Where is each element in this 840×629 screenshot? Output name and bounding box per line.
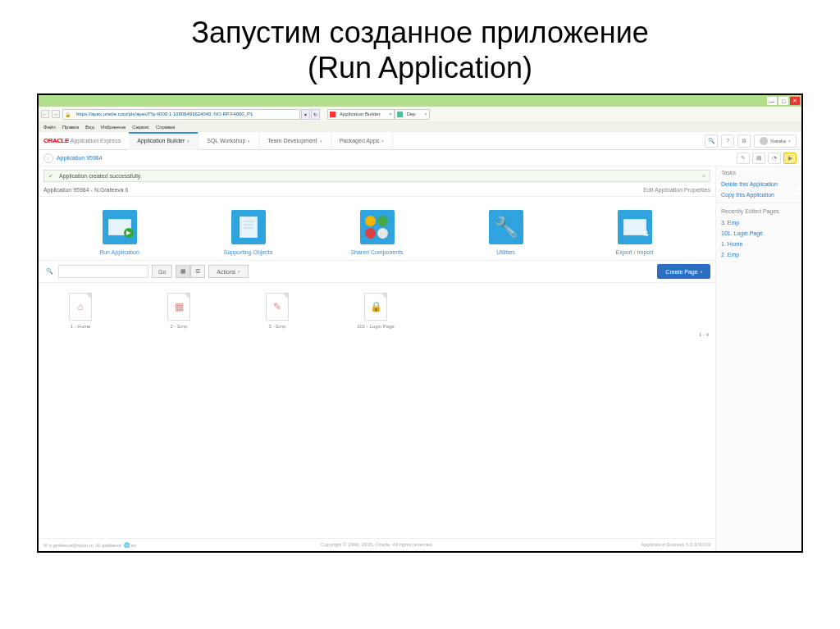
page-card-3[interactable]: ✎ 3 - Emp bbox=[240, 293, 314, 329]
export-import-icon bbox=[618, 210, 652, 244]
success-message: Application created successfully.× bbox=[43, 170, 710, 182]
actions-menu-button[interactable]: Actions▾ bbox=[208, 265, 249, 278]
header-search-icon[interactable]: 🔍 bbox=[705, 134, 718, 148]
footer-version: Application Express 5.0.3.00.03 bbox=[641, 542, 710, 548]
forward-button[interactable]: → bbox=[52, 110, 60, 118]
page-range-label: 1 - 4 bbox=[39, 332, 715, 340]
maximize-button[interactable]: □ bbox=[778, 97, 788, 105]
menu-tools[interactable]: Сервис bbox=[132, 125, 149, 130]
footer-copyright: Copyright © 1999, 2015, Oracle. All righ… bbox=[321, 542, 433, 547]
apex-header: ORACLE Application Express Application B… bbox=[39, 132, 801, 150]
recent-page-link[interactable]: 2. Emp bbox=[716, 249, 801, 260]
search-dropdown-icon[interactable]: ▾ bbox=[301, 109, 310, 120]
dashboard-icon[interactable]: ◔ bbox=[768, 153, 781, 164]
home-page-icon: ⌂ bbox=[69, 293, 92, 321]
run-application-icon bbox=[103, 210, 137, 244]
menu-edit[interactable]: Правка bbox=[62, 125, 79, 130]
page-designer-icon[interactable]: ▤ bbox=[752, 153, 765, 164]
header-help-icon[interactable]: ? bbox=[721, 134, 734, 148]
tile-utilities[interactable]: 🔧 Utilities bbox=[457, 210, 555, 255]
browser-window: — □ ✕ ← → https://apex.oracle.com/pls/ap… bbox=[39, 95, 801, 551]
tasks-heading: Tasks bbox=[716, 166, 801, 179]
product-name: Application Express bbox=[71, 138, 121, 144]
screenshot-frame: — □ ✕ ← → https://apex.oracle.com/pls/ap… bbox=[37, 93, 803, 553]
report-page-icon: ▦ bbox=[167, 293, 190, 321]
view-list-icon[interactable]: ☰ bbox=[190, 265, 205, 278]
run-page-icon[interactable]: ▶ bbox=[783, 153, 797, 164]
recent-page-link[interactable]: 1. Home bbox=[716, 239, 801, 249]
shared-components-icon bbox=[360, 210, 395, 244]
menu-file[interactable]: Файл bbox=[43, 125, 56, 130]
page-card-2[interactable]: ▦ 2 - Emp bbox=[142, 293, 216, 329]
footer-bar: ✉ n.grafeeva@spbu.ru ⊞ grafeeva 🌐 en Cop… bbox=[39, 538, 715, 551]
menu-help[interactable]: Справка bbox=[156, 125, 176, 130]
browser-tab[interactable]: Dep× bbox=[395, 109, 430, 120]
browser-address-bar: ← → https://apex.oracle.com/pls/apex/f?p… bbox=[39, 107, 801, 121]
slide-title: Запустим созданное приложение(Run Applic… bbox=[0, 0, 840, 93]
recent-page-link[interactable]: 101. Login Page bbox=[716, 228, 801, 239]
page-card-home[interactable]: ⌂ 1 - Home bbox=[43, 293, 117, 329]
breadcrumb[interactable]: Application 95984 bbox=[57, 155, 103, 161]
user-menu[interactable]: Natalia▾ bbox=[754, 134, 797, 148]
page-card-101[interactable]: 🔒 101 - Login Page bbox=[339, 293, 413, 329]
tab-packaged-apps[interactable]: Packaged Apps▾ bbox=[331, 132, 394, 150]
edit-page-icon[interactable]: ✎ bbox=[737, 153, 750, 164]
menu-view[interactable]: Вид bbox=[85, 125, 94, 130]
browser-tab-active[interactable]: Application Builder× bbox=[327, 109, 395, 120]
oracle-logo: ORACLE bbox=[43, 137, 69, 144]
copy-app-link[interactable]: Copy this Application› bbox=[716, 189, 801, 200]
supporting-objects-icon bbox=[231, 210, 266, 244]
delete-app-link[interactable]: Delete this Application› bbox=[716, 179, 801, 189]
footer-user: ✉ n.grafeeva@spbu.ru ⊞ grafeeva 🌐 en bbox=[43, 542, 136, 548]
url-input[interactable]: https://apex.oracle.com/pls/apex/f?p;400… bbox=[62, 109, 300, 120]
close-message-icon[interactable]: × bbox=[702, 173, 705, 179]
tab-sql-workshop[interactable]: SQL Workshop▾ bbox=[199, 132, 259, 150]
view-grid-icon[interactable]: ▦ bbox=[176, 265, 190, 278]
utilities-icon: 🔧 bbox=[489, 210, 523, 244]
tile-run-application[interactable]: Run Application bbox=[71, 210, 169, 255]
close-window-button[interactable]: ✕ bbox=[790, 97, 800, 105]
minimize-button[interactable]: — bbox=[767, 97, 777, 105]
create-page-button[interactable]: Create Page› bbox=[657, 264, 710, 279]
main-column: Application created successfully.× Appli… bbox=[39, 166, 715, 551]
sidebar: Tasks Delete this Application› Copy this… bbox=[715, 166, 801, 551]
tile-supporting-objects[interactable]: Supporting Objects bbox=[199, 210, 298, 255]
back-button[interactable]: ← bbox=[41, 110, 49, 118]
recent-heading: Recently Edited Pages bbox=[716, 205, 801, 217]
menu-favorites[interactable]: Избранное bbox=[101, 125, 126, 130]
go-up-icon[interactable]: ↑ bbox=[43, 153, 53, 163]
search-icon: 🔍 bbox=[43, 266, 55, 277]
refresh-icon[interactable]: ↻ bbox=[311, 109, 320, 120]
login-page-icon: 🔒 bbox=[364, 293, 387, 321]
window-titlebar: — □ ✕ bbox=[39, 95, 801, 107]
tile-export-import[interactable]: Export / Import bbox=[586, 210, 684, 255]
app-title: Application 95984 - N.Grafeeva 6 bbox=[43, 187, 129, 193]
breadcrumb-bar: ↑ Application 95984 ✎ ▤ ◔ ▶ bbox=[39, 150, 801, 166]
browser-menu-bar: Файл Правка Вид Избранное Сервис Справка bbox=[39, 121, 801, 132]
page-toolbar: 🔍 Go ▦ ☰ Actions▾ Create Page› bbox=[39, 260, 715, 283]
apex-app: ORACLE Application Express Application B… bbox=[39, 132, 801, 551]
tile-shared-components[interactable]: Shared Components bbox=[328, 210, 427, 255]
form-page-icon: ✎ bbox=[266, 293, 289, 321]
go-button[interactable]: Go bbox=[152, 265, 172, 278]
header-admin-icon[interactable]: ⚙ bbox=[737, 134, 751, 148]
search-input[interactable] bbox=[58, 265, 148, 278]
recent-page-link[interactable]: 3. Emp bbox=[716, 217, 801, 228]
tab-team-dev[interactable]: Team Development▾ bbox=[259, 132, 331, 150]
tab-app-builder[interactable]: Application Builder▾ bbox=[129, 132, 199, 150]
edit-app-properties-link[interactable]: Edit Application Properties bbox=[643, 187, 710, 193]
